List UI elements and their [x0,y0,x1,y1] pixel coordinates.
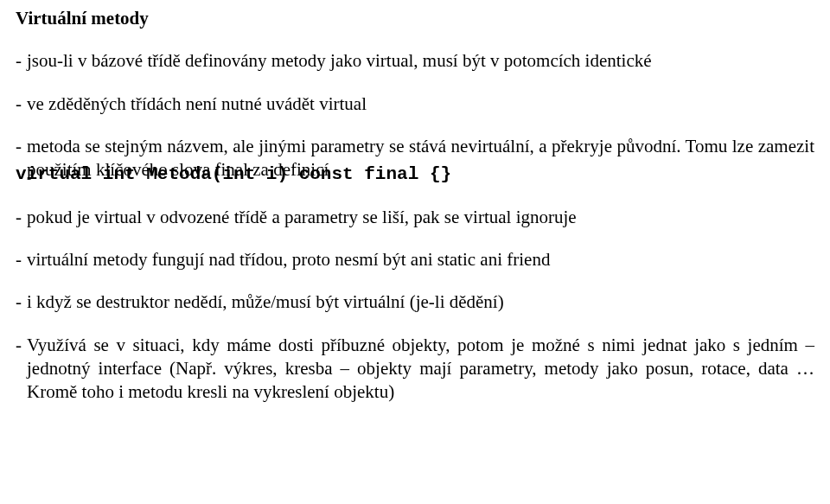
bullet-dash: - [16,248,27,271]
bullet-dash: - [16,206,27,229]
bullet-dash: - [16,93,27,116]
bullet-text: i když se destruktor nedědí, může/musí b… [27,290,814,314]
bullet-item-6: - i když se destruktor nedědí, může/musí… [16,290,814,314]
bullet-dash: - [16,290,27,314]
bullet-item-4: - pokud je virtual v odvozené třídě a pa… [16,206,814,229]
bullet-item-3-group: - metoda se stejným názvem, ale jinými p… [16,135,814,187]
bullet-dash: - [16,49,27,73]
bullet-item-2: - ve zděděných třídách není nutné uvádět… [16,93,814,116]
bullet-item-1: - jsou-li v bázové třídě definovány meto… [16,49,814,73]
bullet-text: pokud je virtual v odvozené třídě a para… [27,206,814,229]
bullet-text: virtuální metody fungují nad třídou, pro… [27,248,814,271]
bullet-dash: - [16,334,27,405]
bullet-item-7: - Využívá se v situaci, kdy máme dosti p… [16,334,814,405]
bullet-text: Využívá se v situaci, kdy máme dosti pří… [27,334,814,405]
bullet-item-5: - virtuální metody fungují nad třídou, p… [16,248,814,271]
bullet-text: ve zděděných třídách není nutné uvádět v… [27,93,814,116]
bullet-text: jsou-li v bázové třídě definovány metody… [27,49,814,73]
document-title: Virtuální metody [16,7,814,30]
